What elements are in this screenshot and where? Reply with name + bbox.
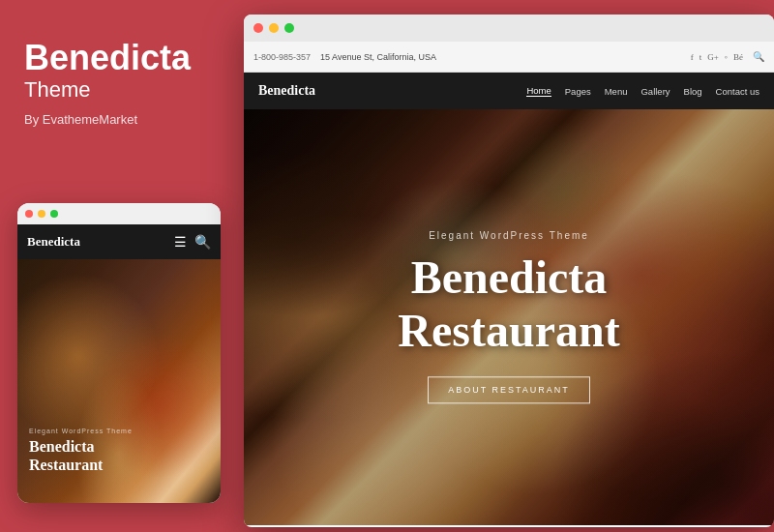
instagram-icon: ◦ bbox=[725, 52, 728, 62]
desktop-elegant-label: Elegant WordPress Theme bbox=[263, 230, 755, 241]
twitter-icon: t bbox=[700, 52, 702, 62]
desktop-site-title: Benedicta bbox=[258, 83, 315, 99]
mobile-dot-green bbox=[50, 210, 58, 218]
desktop-mockup: 1-800-985-357 15 Avenue St, California, … bbox=[244, 15, 774, 527]
mobile-title-bar bbox=[17, 203, 221, 224]
nav-link-blog[interactable]: Blog bbox=[684, 86, 702, 97]
cta-button[interactable]: ABOUT RESTAURANT bbox=[428, 377, 590, 404]
theme-author: By EvathemeMarket bbox=[24, 112, 213, 127]
behance-icon: Bé bbox=[733, 52, 743, 62]
desktop-address: 15 Avenue St, California, USA bbox=[320, 52, 681, 62]
theme-title: Benedicta Theme bbox=[24, 39, 213, 103]
nav-link-pages[interactable]: Pages bbox=[565, 86, 591, 97]
nav-link-gallery[interactable]: Gallery bbox=[640, 86, 670, 97]
mobile-nav-icons: ☰ 🔍 bbox=[174, 234, 211, 251]
mobile-restaurant-title: Benedicta Restaurant bbox=[29, 437, 133, 474]
desktop-hero-content: Elegant WordPress Theme Benedicta Restau… bbox=[244, 230, 774, 403]
mobile-hero: Elegant WordPress Theme Benedicta Restau… bbox=[17, 259, 221, 503]
desktop-dot-green bbox=[284, 23, 294, 33]
facebook-icon: f bbox=[691, 52, 694, 62]
mobile-hamburger-icon: ☰ bbox=[174, 234, 187, 251]
desktop-dot-red bbox=[253, 23, 263, 33]
desktop-social-icons: f t G+ ◦ Bé bbox=[691, 52, 743, 62]
mobile-nav: Benedicta ☰ 🔍 bbox=[17, 224, 221, 259]
desktop-search-icon[interactable]: 🔍 bbox=[753, 51, 764, 62]
left-panel: Benedicta Theme By EvathemeMarket Benedi… bbox=[0, 0, 237, 532]
gplus-icon: G+ bbox=[707, 52, 719, 62]
mobile-site-title: Benedicta bbox=[27, 234, 80, 250]
desktop-nav-links: Home Pages Menu Gallery Blog Contact us bbox=[526, 85, 759, 97]
nav-link-menu[interactable]: Menu bbox=[605, 86, 628, 97]
desktop-browser-bar: 1-800-985-357 15 Avenue St, California, … bbox=[244, 42, 774, 73]
desktop-hero-title: Benedicta Restaurant bbox=[263, 251, 755, 357]
mobile-search-icon: 🔍 bbox=[194, 234, 211, 251]
nav-link-contact[interactable]: Contact us bbox=[716, 86, 759, 97]
mobile-dot-red bbox=[25, 210, 33, 218]
desktop-hero: Elegant WordPress Theme Benedicta Restau… bbox=[244, 109, 774, 525]
desktop-phone: 1-800-985-357 bbox=[253, 52, 311, 62]
desktop-title-bar bbox=[244, 15, 774, 42]
mobile-elegant-label: Elegant WordPress Theme bbox=[29, 428, 133, 434]
mobile-dot-yellow bbox=[38, 210, 45, 218]
desktop-website-nav: Benedicta Home Pages Menu Gallery Blog C… bbox=[244, 73, 774, 109]
desktop-dot-yellow bbox=[269, 23, 279, 33]
nav-link-home[interactable]: Home bbox=[526, 85, 551, 97]
mobile-hero-text: Elegant WordPress Theme Benedicta Restau… bbox=[29, 428, 133, 474]
mobile-mockup: Benedicta ☰ 🔍 Elegant WordPress Theme Be… bbox=[17, 203, 221, 503]
